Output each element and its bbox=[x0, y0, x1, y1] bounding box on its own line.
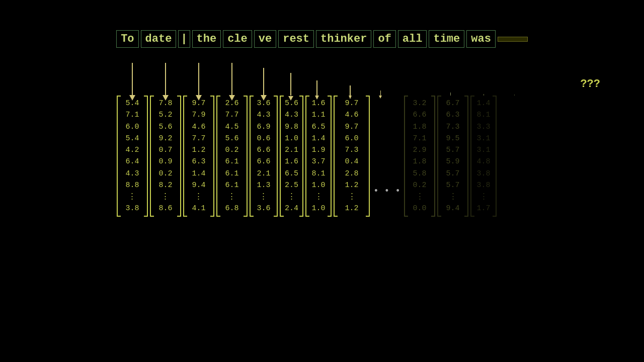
bracket-right bbox=[464, 96, 468, 217]
col-rest-values: 1.61.16.51.41.93.78.11.0⋮1.0 bbox=[312, 98, 326, 215]
column-cle: 3.64.36.90.66.66.62.11.3⋮3.6 bbox=[250, 96, 278, 217]
token-thinker: thinker bbox=[316, 30, 371, 48]
column-ve: 5.64.39.81.02.11.66.52.5⋮2.4 bbox=[280, 96, 303, 217]
column-pipe: 9.77.94.67.71.26.31.49.4⋮4.1 bbox=[183, 96, 214, 217]
bracket-right bbox=[493, 96, 497, 217]
column-time: 6.76.37.39.55.75.95.75.7⋮9.4 bbox=[437, 96, 468, 217]
bracket-left bbox=[250, 96, 254, 217]
token-ve: ve bbox=[254, 30, 276, 48]
bracket-left bbox=[404, 96, 408, 217]
col-all-values: 3.26.61.87.12.91.85.80.2⋮0.0 bbox=[413, 98, 427, 215]
bracket-left bbox=[117, 96, 121, 217]
col-thinker-values: 9.74.69.76.07.30.42.81.2⋮1.2 bbox=[345, 98, 359, 215]
token-time: time bbox=[429, 30, 464, 48]
bracket-left bbox=[183, 96, 187, 217]
bracket-left bbox=[216, 96, 220, 217]
bracket-right bbox=[366, 96, 370, 217]
bracket-right bbox=[177, 96, 181, 217]
hidden-columns-dots: • • • bbox=[372, 96, 402, 196]
token-was: was bbox=[466, 30, 496, 48]
main-container: To date | the cle ve rest thinker of all… bbox=[0, 0, 644, 362]
bracket-right bbox=[274, 96, 278, 217]
token-of: of bbox=[373, 30, 395, 48]
bracket-left bbox=[470, 96, 474, 217]
column-to: 5.47.16.05.44.26.44.38.8⋮3.8 bbox=[117, 96, 148, 217]
bracket-left bbox=[280, 96, 284, 217]
bracket-right bbox=[244, 96, 248, 217]
bracket-right bbox=[328, 96, 332, 217]
bracket-left bbox=[305, 96, 309, 217]
column-the: 2.67.74.55.60.26.16.16.1⋮6.8 bbox=[216, 96, 248, 217]
bracket-right bbox=[299, 96, 303, 217]
col-was-values: 1.48.13.33.13.14.83.83.8⋮1.7 bbox=[477, 98, 491, 215]
col-time-values: 6.76.37.39.55.75.95.75.7⋮9.4 bbox=[446, 98, 460, 215]
token-cle: cle bbox=[223, 30, 252, 48]
column-rest: 1.61.16.51.41.93.78.11.0⋮1.0 bbox=[305, 96, 332, 217]
col-date-values: 7.85.25.69.20.70.90.28.2⋮8.6 bbox=[158, 98, 172, 215]
token-pipe: | bbox=[178, 30, 190, 48]
col-the-values: 2.67.74.55.60.26.16.16.1⋮6.8 bbox=[225, 98, 238, 215]
col-pipe-values: 9.77.94.67.71.26.31.49.4⋮4.1 bbox=[192, 98, 205, 215]
token-row: To date | the cle ve rest thinker of all… bbox=[116, 30, 528, 48]
token-date: date bbox=[141, 30, 177, 48]
col-cle-values: 3.64.36.90.66.66.62.11.3⋮3.6 bbox=[257, 98, 270, 215]
bracket-right bbox=[144, 96, 148, 217]
token-to: To bbox=[116, 30, 138, 48]
column-was: 1.48.13.33.13.14.83.83.8⋮1.7 bbox=[470, 96, 497, 217]
bracket-right bbox=[210, 96, 214, 217]
token-rest: rest bbox=[278, 30, 314, 48]
column-date: 7.85.25.69.20.70.90.28.2⋮8.6 bbox=[150, 96, 181, 217]
column-thinker: 9.74.69.76.07.30.42.81.2⋮1.2 bbox=[334, 96, 370, 217]
bracket-left bbox=[437, 96, 441, 217]
col-to-values: 5.47.16.05.44.26.44.38.8⋮3.8 bbox=[125, 98, 139, 215]
bracket-left bbox=[150, 96, 154, 217]
bracket-left bbox=[334, 96, 338, 217]
bracket-right bbox=[431, 96, 435, 217]
token-the: the bbox=[192, 30, 221, 48]
token-all: all bbox=[398, 30, 427, 48]
column-all: 3.26.61.87.12.91.85.80.2⋮0.0 bbox=[404, 96, 435, 217]
col-ve-values: 5.64.39.81.02.11.66.52.5⋮2.4 bbox=[285, 98, 298, 215]
unknown-label: ??? bbox=[580, 78, 600, 90]
token-unknown bbox=[498, 37, 528, 42]
